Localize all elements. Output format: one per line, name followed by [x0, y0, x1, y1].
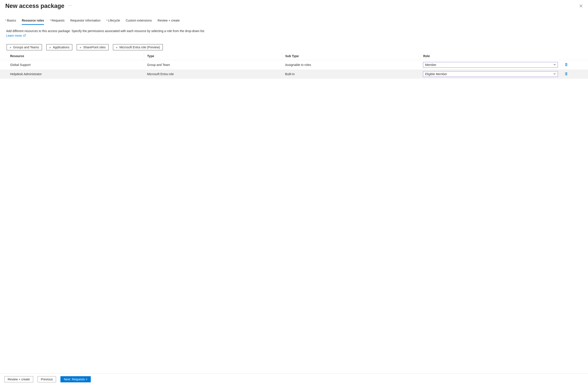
learn-more-label: Learn more [6, 34, 22, 37]
tab-label: Custom extensions [126, 19, 152, 22]
plus-icon: + [9, 46, 11, 49]
trash-icon [565, 63, 568, 67]
chevron-down-icon [553, 63, 556, 66]
page-title: New access package [5, 3, 64, 9]
required-asterisk: * [5, 19, 6, 22]
role-select[interactable]: Eligible Member [423, 71, 558, 77]
resource-toolbar: + Groups and Teams + Applications + Shar… [0, 38, 588, 50]
add-sharepoint-sites-button[interactable]: + SharePoint sites [77, 44, 108, 50]
previous-button[interactable]: Previous [38, 376, 56, 382]
tab-label: Basics [7, 19, 16, 22]
tab-label: Lifecycle [108, 19, 120, 22]
add-applications-button[interactable]: + Applications [46, 44, 72, 50]
delete-row-button[interactable] [564, 72, 568, 76]
table-row: Global Support Group and Team Assignable… [0, 60, 588, 70]
tab-basics[interactable]: * Basics [5, 19, 16, 25]
trash-icon [565, 72, 568, 76]
review-create-button[interactable]: Review + create [4, 376, 33, 382]
tab-label: Review + create [158, 19, 180, 22]
button-label: Groups and Teams [13, 45, 39, 49]
role-select-value: Member [425, 63, 436, 66]
close-icon [579, 4, 583, 8]
description-text: Add different resources to this access p… [6, 29, 205, 33]
learn-more-link[interactable]: Learn more [6, 34, 26, 37]
wizard-footer: Review + create Previous Next: Requests … [0, 373, 588, 385]
resources-table: Resource Type Sub Type Role Global Suppo… [0, 52, 588, 79]
cell-type: Microsoft Entra role [144, 69, 282, 79]
required-asterisk: * [106, 19, 107, 22]
tab-label: Requestor information [70, 19, 101, 22]
table-row: Helpdesk Administrator Microsoft Entra r… [0, 69, 588, 79]
cell-type: Group and Team [144, 60, 282, 70]
step-description: Add different resources to this access p… [0, 25, 211, 38]
role-select-value: Eligible Member [425, 72, 447, 76]
plus-icon: + [49, 46, 51, 49]
page-header: New access package ··· [0, 0, 588, 9]
delete-row-button[interactable] [564, 63, 568, 67]
tab-label: Requests [52, 19, 64, 22]
col-type[interactable]: Type [144, 52, 282, 60]
role-select[interactable]: Member [423, 62, 558, 68]
next-button[interactable]: Next: Requests > [61, 376, 91, 382]
close-button[interactable] [578, 3, 584, 9]
button-label: SharePoint sites [83, 45, 106, 49]
chevron-down-icon [553, 72, 556, 76]
col-subtype[interactable]: Sub Type [282, 52, 420, 60]
col-resource[interactable]: Resource [0, 52, 144, 60]
add-groups-teams-button[interactable]: + Groups and Teams [7, 44, 42, 50]
tab-requests[interactable]: * Requests [50, 19, 64, 25]
tab-label: Resource roles [22, 19, 44, 22]
wizard-tabs: * Basics Resource roles * Requests Reque… [0, 9, 588, 25]
button-label: Applications [53, 45, 70, 49]
resources-table-wrap: Resource Type Sub Type Role Global Suppo… [0, 50, 588, 79]
cell-resource: Global Support [0, 60, 144, 70]
tab-resource-roles[interactable]: Resource roles [22, 19, 44, 25]
cell-subtype: Built-In [282, 69, 420, 79]
cell-subtype: Assignable to roles [282, 60, 420, 70]
add-entra-role-button[interactable]: + Microsoft Entra role (Preview) [113, 44, 163, 50]
tab-custom-extensions[interactable]: Custom extensions [126, 19, 152, 25]
tab-requestor-information[interactable]: Requestor information [70, 19, 101, 25]
col-actions [561, 52, 588, 60]
tab-review-create[interactable]: Review + create [158, 19, 180, 25]
external-link-icon [23, 34, 26, 36]
required-asterisk: * [50, 19, 51, 22]
col-role[interactable]: Role [420, 52, 561, 60]
plus-icon: + [80, 46, 82, 49]
cell-resource: Helpdesk Administrator [0, 69, 144, 79]
plus-icon: + [116, 46, 118, 49]
button-label: Microsoft Entra role (Preview) [120, 45, 160, 49]
tab-lifecycle[interactable]: * Lifecycle [106, 19, 120, 25]
more-actions-button[interactable]: ··· [68, 4, 72, 9]
